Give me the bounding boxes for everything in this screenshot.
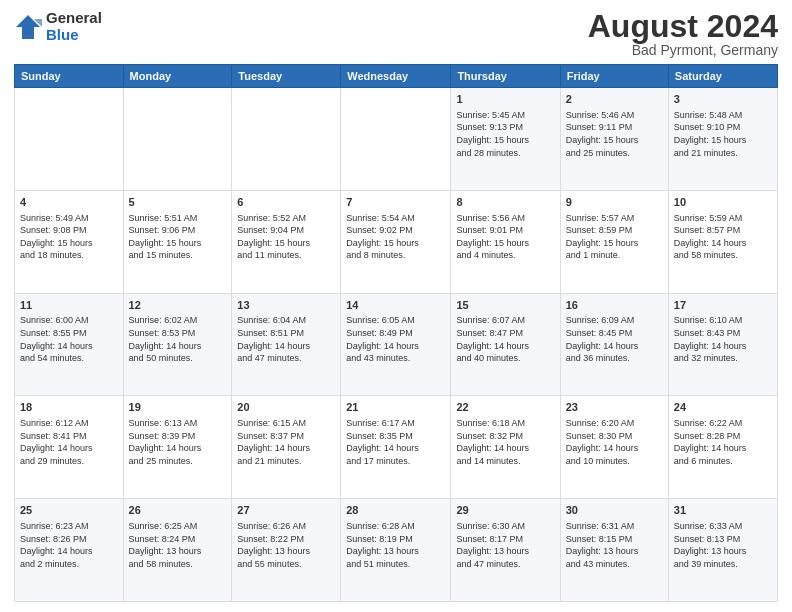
day-number: 19 <box>129 400 227 415</box>
day-info: Sunrise: 6:07 AM Sunset: 8:47 PM Dayligh… <box>456 314 554 364</box>
calendar-cell: 5Sunrise: 5:51 AM Sunset: 9:06 PM Daylig… <box>123 190 232 293</box>
calendar-cell: 27Sunrise: 6:26 AM Sunset: 8:22 PM Dayli… <box>232 499 341 602</box>
calendar-week-0: 1Sunrise: 5:45 AM Sunset: 9:13 PM Daylig… <box>15 88 778 191</box>
day-number: 17 <box>674 298 772 313</box>
th-tuesday: Tuesday <box>232 65 341 88</box>
calendar-cell: 24Sunrise: 6:22 AM Sunset: 8:28 PM Dayli… <box>668 396 777 499</box>
day-number: 28 <box>346 503 445 518</box>
day-info: Sunrise: 6:28 AM Sunset: 8:19 PM Dayligh… <box>346 520 445 570</box>
calendar-week-4: 25Sunrise: 6:23 AM Sunset: 8:26 PM Dayli… <box>15 499 778 602</box>
calendar-cell: 3Sunrise: 5:48 AM Sunset: 9:10 PM Daylig… <box>668 88 777 191</box>
calendar-cell: 13Sunrise: 6:04 AM Sunset: 8:51 PM Dayli… <box>232 293 341 396</box>
calendar-cell: 30Sunrise: 6:31 AM Sunset: 8:15 PM Dayli… <box>560 499 668 602</box>
calendar-cell: 14Sunrise: 6:05 AM Sunset: 8:49 PM Dayli… <box>341 293 451 396</box>
th-friday: Friday <box>560 65 668 88</box>
day-number: 18 <box>20 400 118 415</box>
day-info: Sunrise: 6:26 AM Sunset: 8:22 PM Dayligh… <box>237 520 335 570</box>
header: General Blue August 2024 Bad Pyrmont, Ge… <box>14 10 778 58</box>
day-info: Sunrise: 6:17 AM Sunset: 8:35 PM Dayligh… <box>346 417 445 467</box>
calendar-cell: 16Sunrise: 6:09 AM Sunset: 8:45 PM Dayli… <box>560 293 668 396</box>
day-info: Sunrise: 5:48 AM Sunset: 9:10 PM Dayligh… <box>674 109 772 159</box>
calendar-cell: 18Sunrise: 6:12 AM Sunset: 8:41 PM Dayli… <box>15 396 124 499</box>
day-number: 5 <box>129 195 227 210</box>
day-number: 20 <box>237 400 335 415</box>
day-number: 21 <box>346 400 445 415</box>
day-number: 10 <box>674 195 772 210</box>
logo-text: General Blue <box>46 10 102 43</box>
weekday-row: Sunday Monday Tuesday Wednesday Thursday… <box>15 65 778 88</box>
day-info: Sunrise: 6:25 AM Sunset: 8:24 PM Dayligh… <box>129 520 227 570</box>
calendar-cell: 10Sunrise: 5:59 AM Sunset: 8:57 PM Dayli… <box>668 190 777 293</box>
calendar-cell: 8Sunrise: 5:56 AM Sunset: 9:01 PM Daylig… <box>451 190 560 293</box>
day-info: Sunrise: 5:46 AM Sunset: 9:11 PM Dayligh… <box>566 109 663 159</box>
calendar-cell: 19Sunrise: 6:13 AM Sunset: 8:39 PM Dayli… <box>123 396 232 499</box>
day-info: Sunrise: 6:33 AM Sunset: 8:13 PM Dayligh… <box>674 520 772 570</box>
day-number: 12 <box>129 298 227 313</box>
title-block: August 2024 Bad Pyrmont, Germany <box>588 10 778 58</box>
page: General Blue August 2024 Bad Pyrmont, Ge… <box>0 0 792 612</box>
day-number: 26 <box>129 503 227 518</box>
day-number: 23 <box>566 400 663 415</box>
calendar-cell: 2Sunrise: 5:46 AM Sunset: 9:11 PM Daylig… <box>560 88 668 191</box>
day-info: Sunrise: 5:51 AM Sunset: 9:06 PM Dayligh… <box>129 212 227 262</box>
calendar-cell: 15Sunrise: 6:07 AM Sunset: 8:47 PM Dayli… <box>451 293 560 396</box>
day-number: 3 <box>674 92 772 107</box>
title-month: August 2024 <box>588 10 778 42</box>
th-saturday: Saturday <box>668 65 777 88</box>
day-number: 9 <box>566 195 663 210</box>
title-location: Bad Pyrmont, Germany <box>588 42 778 58</box>
day-number: 22 <box>456 400 554 415</box>
calendar-cell <box>341 88 451 191</box>
calendar-week-3: 18Sunrise: 6:12 AM Sunset: 8:41 PM Dayli… <box>15 396 778 499</box>
day-info: Sunrise: 6:12 AM Sunset: 8:41 PM Dayligh… <box>20 417 118 467</box>
th-sunday: Sunday <box>15 65 124 88</box>
day-number: 6 <box>237 195 335 210</box>
day-number: 27 <box>237 503 335 518</box>
calendar-cell: 22Sunrise: 6:18 AM Sunset: 8:32 PM Dayli… <box>451 396 560 499</box>
calendar-cell <box>123 88 232 191</box>
day-info: Sunrise: 6:30 AM Sunset: 8:17 PM Dayligh… <box>456 520 554 570</box>
day-number: 11 <box>20 298 118 313</box>
calendar-cell: 17Sunrise: 6:10 AM Sunset: 8:43 PM Dayli… <box>668 293 777 396</box>
calendar-cell <box>232 88 341 191</box>
calendar-cell: 6Sunrise: 5:52 AM Sunset: 9:04 PM Daylig… <box>232 190 341 293</box>
day-number: 8 <box>456 195 554 210</box>
logo: General Blue <box>14 10 102 43</box>
calendar-cell <box>15 88 124 191</box>
day-info: Sunrise: 6:20 AM Sunset: 8:30 PM Dayligh… <box>566 417 663 467</box>
calendar-header: Sunday Monday Tuesday Wednesday Thursday… <box>15 65 778 88</box>
calendar-cell: 7Sunrise: 5:54 AM Sunset: 9:02 PM Daylig… <box>341 190 451 293</box>
day-info: Sunrise: 6:18 AM Sunset: 8:32 PM Dayligh… <box>456 417 554 467</box>
day-info: Sunrise: 6:04 AM Sunset: 8:51 PM Dayligh… <box>237 314 335 364</box>
day-number: 2 <box>566 92 663 107</box>
day-info: Sunrise: 5:45 AM Sunset: 9:13 PM Dayligh… <box>456 109 554 159</box>
calendar-cell: 20Sunrise: 6:15 AM Sunset: 8:37 PM Dayli… <box>232 396 341 499</box>
calendar-cell: 21Sunrise: 6:17 AM Sunset: 8:35 PM Dayli… <box>341 396 451 499</box>
calendar-body: 1Sunrise: 5:45 AM Sunset: 9:13 PM Daylig… <box>15 88 778 602</box>
calendar-cell: 23Sunrise: 6:20 AM Sunset: 8:30 PM Dayli… <box>560 396 668 499</box>
day-info: Sunrise: 6:10 AM Sunset: 8:43 PM Dayligh… <box>674 314 772 364</box>
day-info: Sunrise: 5:56 AM Sunset: 9:01 PM Dayligh… <box>456 212 554 262</box>
day-info: Sunrise: 5:57 AM Sunset: 8:59 PM Dayligh… <box>566 212 663 262</box>
calendar-cell: 11Sunrise: 6:00 AM Sunset: 8:55 PM Dayli… <box>15 293 124 396</box>
day-number: 13 <box>237 298 335 313</box>
day-info: Sunrise: 5:52 AM Sunset: 9:04 PM Dayligh… <box>237 212 335 262</box>
calendar-cell: 1Sunrise: 5:45 AM Sunset: 9:13 PM Daylig… <box>451 88 560 191</box>
day-info: Sunrise: 6:22 AM Sunset: 8:28 PM Dayligh… <box>674 417 772 467</box>
calendar-cell: 26Sunrise: 6:25 AM Sunset: 8:24 PM Dayli… <box>123 499 232 602</box>
th-monday: Monday <box>123 65 232 88</box>
calendar-cell: 28Sunrise: 6:28 AM Sunset: 8:19 PM Dayli… <box>341 499 451 602</box>
day-number: 16 <box>566 298 663 313</box>
day-info: Sunrise: 6:00 AM Sunset: 8:55 PM Dayligh… <box>20 314 118 364</box>
calendar-cell: 25Sunrise: 6:23 AM Sunset: 8:26 PM Dayli… <box>15 499 124 602</box>
day-number: 15 <box>456 298 554 313</box>
day-info: Sunrise: 6:09 AM Sunset: 8:45 PM Dayligh… <box>566 314 663 364</box>
day-number: 24 <box>674 400 772 415</box>
calendar-cell: 4Sunrise: 5:49 AM Sunset: 9:08 PM Daylig… <box>15 190 124 293</box>
logo-icon <box>14 13 42 41</box>
logo-general: General <box>46 10 102 27</box>
calendar-cell: 9Sunrise: 5:57 AM Sunset: 8:59 PM Daylig… <box>560 190 668 293</box>
calendar-week-1: 4Sunrise: 5:49 AM Sunset: 9:08 PM Daylig… <box>15 190 778 293</box>
day-number: 29 <box>456 503 554 518</box>
calendar-week-2: 11Sunrise: 6:00 AM Sunset: 8:55 PM Dayli… <box>15 293 778 396</box>
